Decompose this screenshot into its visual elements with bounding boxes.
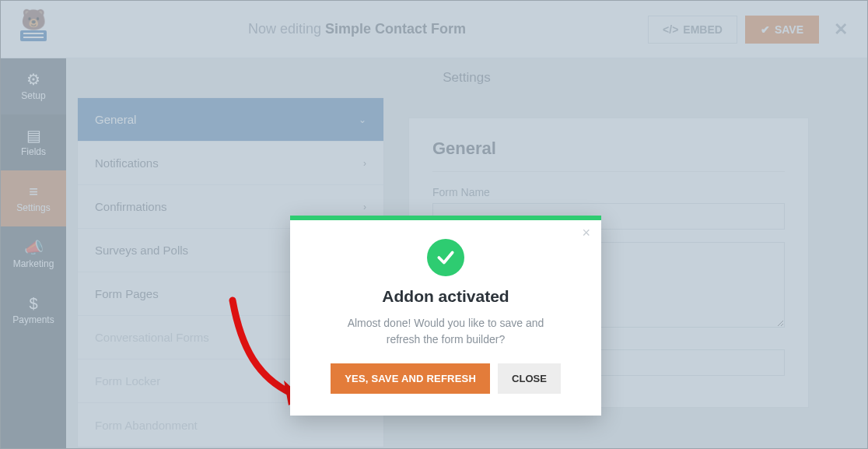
success-check-icon — [427, 239, 464, 276]
modal-title: Addon activated — [313, 287, 578, 306]
modal-close-secondary-button[interactable]: CLOSE — [498, 363, 561, 394]
save-and-refresh-button[interactable]: YES, SAVE AND REFRESH — [331, 363, 490, 394]
modal-message: Almost done! Would you like to save and … — [329, 315, 562, 348]
modal-actions: YES, SAVE AND REFRESH CLOSE — [313, 363, 578, 394]
modal-close-button[interactable]: × — [582, 225, 590, 241]
addon-activated-modal: × Addon activated Almost done! Would you… — [290, 216, 601, 416]
